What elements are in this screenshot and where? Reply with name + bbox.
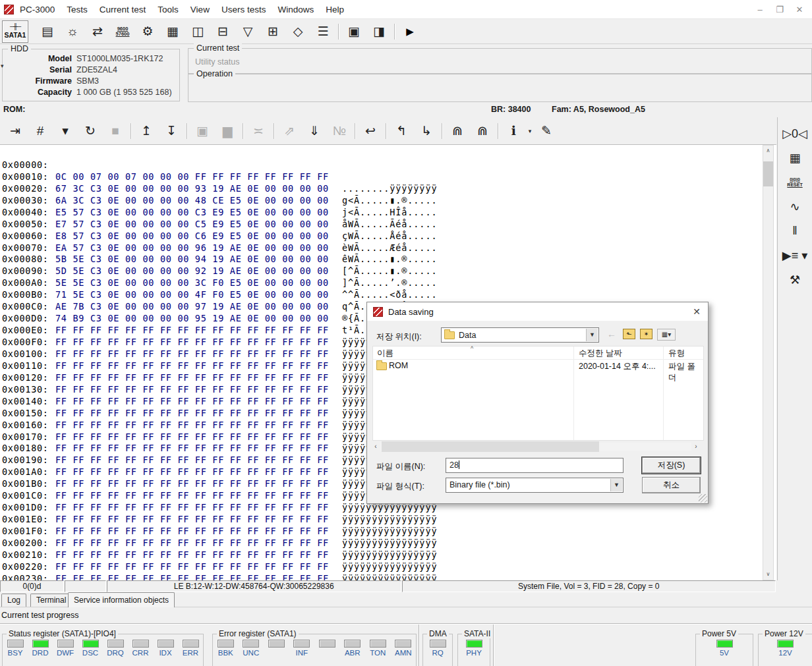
compare-icon[interactable]: ≍ [246,121,271,141]
file-type-label: 파일 형식(T): [376,481,424,492]
reload-icon[interactable]: ↻ [78,121,103,141]
close-button[interactable]: ✕ [790,3,809,17]
edit-icon[interactable]: ✎ [534,121,559,141]
port-switch-icon[interactable]: ⇄ [85,21,110,42]
settings-save-icon[interactable]: ⚙ [135,21,160,42]
power12v-group: Power 12V 12V [758,634,812,666]
back-icon[interactable]: ↩ [358,121,383,141]
save-button[interactable]: 저장(S) [642,457,701,474]
scroll-left-icon[interactable]: ‹ [371,441,380,452]
start-options-icon[interactable]: ▶≡ ▾ [782,243,808,267]
save-to-file-icon[interactable]: ↧ [159,121,184,141]
menu-tests[interactable]: Tests [61,0,94,19]
file-name-input[interactable]: 28 [446,458,624,473]
goto-object-icon[interactable]: ⇥ [3,121,28,141]
hex-row: 0x000C0: 74 B9 C3 0E 00 00 00 00 95 19 A… [0,289,776,301]
prev-object-icon[interactable]: ↰ [389,121,414,141]
oscilloscope-icon[interactable]: ∿ [782,194,808,219]
chip-resources-icon[interactable]: ▦ [160,21,185,42]
find-icon[interactable]: ⋒ [445,121,470,141]
scroll-right-icon[interactable]: › [691,441,701,452]
column-name[interactable]: 이름 [377,348,393,359]
chevron-down-icon[interactable]: ▼ [586,329,598,341]
database-icon[interactable]: ⊟ [210,21,235,42]
led-label: INF [295,649,308,657]
find-next-icon[interactable]: ⋒ [470,121,495,141]
send-page-icon[interactable]: ⇗ [277,121,302,141]
menu-windows[interactable]: Windows [272,0,320,19]
menu-tools[interactable]: Tools [152,0,185,19]
list-icon[interactable]: ☰ [310,21,335,42]
column-date[interactable]: 수정한 날짜 [579,348,622,359]
windows-copy-icon[interactable]: ▣ [341,21,366,42]
menu-help[interactable]: Help [320,0,350,19]
exit-icon[interactable]: ◨ [366,21,392,42]
board-icon[interactable]: ◫ [185,21,210,42]
minimize-button[interactable]: – [750,3,770,17]
hex-row: 0x000A0: 71 5E C3 0E 00 00 00 00 4F F0 E… [0,265,776,277]
save-in-combobox[interactable]: Data ▼ [441,327,599,343]
lamp-test-icon[interactable]: ☼ [60,21,85,42]
column-type[interactable]: 유형 [668,348,685,359]
view-menu-icon[interactable]: ▦▾ [657,329,676,341]
file-list-horizontal-scrollbar[interactable]: ‹ › [371,441,701,452]
resize-grip[interactable] [699,494,707,503]
goto-address-icon[interactable]: # [28,121,53,141]
up-folder-icon[interactable]: ⬑ [623,329,635,339]
tab-terminal[interactable]: Terminal [30,594,72,607]
register-led: TON [366,640,389,657]
panel-splitter [419,624,420,666]
file-type-combobox[interactable]: Binary file (*.bin) ▼ [446,478,624,493]
goto-offset-icon[interactable]: ▾ [53,121,78,141]
hex-vertical-scrollbar[interactable]: ∧ ∨ [763,145,774,580]
folder-icon [376,362,387,370]
fill-page-icon[interactable]: № [327,121,352,141]
menu-current-test[interactable]: Current test [94,0,152,19]
dialog-title-bar[interactable]: Data saving ✕ [367,302,708,321]
tab-service-information-objects[interactable]: Service information objects [68,592,175,607]
dialog-close-icon[interactable]: ✕ [685,302,708,321]
scroll-down-icon[interactable]: ∨ [763,569,773,580]
next-object-icon[interactable]: ↳ [414,121,439,141]
file-row[interactable]: ROM 2020-01-14 오후 4:... 파일 폴더 [373,360,703,372]
tools-icon[interactable]: ⚒ [782,267,808,292]
current-test-panel: Current test Utility status [188,48,812,74]
paste-icon[interactable]: ▆ [215,121,240,141]
status-cell-empty [65,580,106,592]
reset-counter-icon[interactable]: 0|0|0 RESET [782,170,808,194]
toolbar-separator [240,121,246,141]
grid-table-icon[interactable]: ⊞ [260,21,285,42]
menu-pc3000[interactable]: PC-3000 [14,0,61,19]
menu-users-tests[interactable]: Users tests [216,0,272,19]
load-from-file-icon[interactable]: ↥ [134,121,159,141]
filter-icon[interactable]: ▽ [235,21,260,42]
collapse-arrow-icon[interactable]: ▾ [1,63,4,69]
script-dropdown-icon[interactable]: ▾ [526,121,534,141]
write-page-icon[interactable]: ⇓ [302,121,327,141]
hdd-field-label: Model [3,53,72,65]
file-list[interactable]: 이름 ^ 수정한 날짜 유형 ROM 2020-01-14 오후 4:... 파… [372,346,704,441]
start-test-icon[interactable]: ▶ [397,21,422,42]
cancel-button[interactable]: 취소 [642,477,701,493]
copy-icon[interactable]: ▣ [190,121,215,141]
back-arrow-icon[interactable]: ← [607,329,616,339]
scroll-thumb[interactable] [763,161,773,186]
chevron-down-icon[interactable]: ▼ [610,479,622,491]
scroll-thumb[interactable] [382,441,599,452]
scroll-up-icon[interactable]: ∧ [763,146,773,156]
new-folder-icon[interactable]: ✶ [640,329,652,339]
led-indicator [243,640,259,648]
drive-power-icon[interactable]: ▷0◁ [782,121,808,146]
pause-icon[interactable]: ‖ [782,219,808,243]
sata1-port-button[interactable]: ─╫─ SATA1 [2,20,28,43]
restore-button[interactable]: ❐ [770,3,790,17]
hex-row: 0x00000: 0C 00 07 00 07 00 00 00 FF FF F… [0,148,776,159]
adapter-card-icon[interactable]: ▦ [782,146,808,170]
drive-passport-icon[interactable]: ▤ [35,21,60,42]
terminal-speed-icon[interactable]: 9600 57600 [110,21,135,42]
menu-view[interactable]: View [185,0,216,19]
script-info-icon[interactable]: ℹ [501,121,526,141]
stop-icon[interactable]: ■ [103,121,128,141]
flowchart-icon[interactable]: ◇ [285,21,310,42]
tab-log[interactable]: Log [1,594,26,607]
